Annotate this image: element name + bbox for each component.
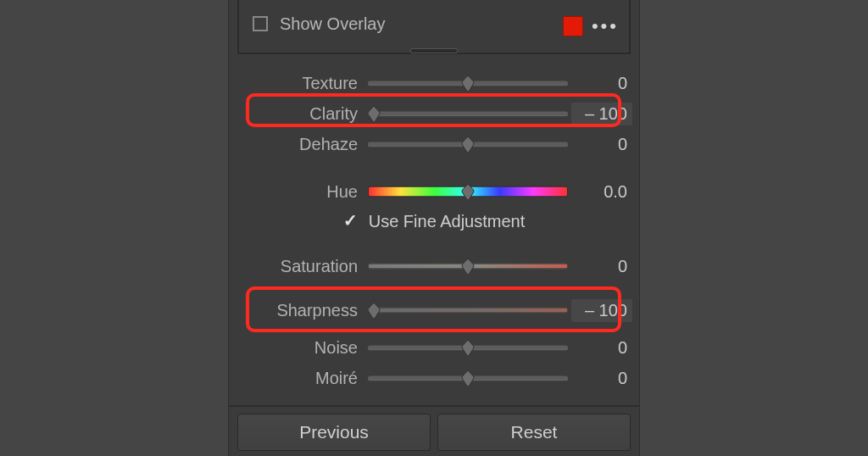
- saturation-thumb-icon[interactable]: [461, 258, 476, 275]
- saturation-row: Saturation 0: [229, 249, 639, 283]
- panel-grip-icon[interactable]: [410, 48, 458, 53]
- saturation-slider[interactable]: [368, 259, 568, 273]
- saturation-value[interactable]: 0: [568, 257, 632, 276]
- noise-thumb-icon[interactable]: [461, 339, 476, 356]
- clarity-thumb-icon[interactable]: [367, 105, 381, 122]
- show-overlay-checkbox[interactable]: [253, 16, 268, 31]
- show-overlay-label: Show Overlay: [280, 14, 386, 34]
- dehaze-thumb-icon[interactable]: [461, 136, 476, 153]
- texture-thumb-icon[interactable]: [461, 75, 476, 92]
- hue-value[interactable]: 0.0: [568, 182, 632, 202]
- texture-label: Texture: [229, 74, 368, 93]
- adjustments-panel: Show Overlay ••• Texture 0: [228, 0, 640, 456]
- moire-slider[interactable]: [368, 371, 568, 385]
- fine-adjustment-checkbox[interactable]: [343, 213, 360, 230]
- clarity-value[interactable]: – 100: [571, 103, 632, 125]
- hue-row: Hue 0.0: [229, 175, 639, 209]
- noise-row: Noise 0: [229, 331, 639, 364]
- noise-label: Noise: [229, 338, 368, 358]
- dehaze-row: Dehaze 0: [229, 127, 639, 161]
- moire-thumb-icon[interactable]: [461, 370, 476, 386]
- hue-thumb-icon[interactable]: [461, 183, 476, 200]
- previous-button[interactable]: Previous: [237, 414, 431, 451]
- saturation-label: Saturation: [229, 257, 368, 276]
- reset-button[interactable]: Reset: [437, 414, 631, 451]
- moire-label: Moiré: [229, 369, 368, 388]
- sharpness-thumb-icon[interactable]: [367, 302, 381, 319]
- texture-row: Texture 0: [229, 66, 639, 100]
- overlay-color-swatch[interactable]: [563, 16, 583, 36]
- sharpness-row: Sharpness – 100: [229, 293, 639, 327]
- dehaze-label: Dehaze: [229, 135, 368, 154]
- texture-value[interactable]: 0: [568, 74, 632, 93]
- overlay-header: Show Overlay •••: [237, 0, 631, 54]
- clarity-row: Clarity – 100: [229, 97, 639, 131]
- sharpness-label: Sharpness: [229, 301, 368, 320]
- noise-slider[interactable]: [368, 341, 568, 354]
- texture-slider[interactable]: [368, 76, 568, 90]
- sliders-area: Texture 0 Clarity – 100: [229, 66, 639, 456]
- fine-adjustment-label: Use Fine Adjustment: [369, 212, 526, 231]
- clarity-slider[interactable]: [368, 107, 568, 120]
- dehaze-slider[interactable]: [368, 137, 568, 151]
- clarity-label: Clarity: [229, 104, 368, 124]
- hue-slider[interactable]: [368, 185, 568, 198]
- footer-bar: Previous Reset: [229, 405, 639, 456]
- sharpness-slider[interactable]: [368, 303, 568, 317]
- moire-value[interactable]: 0: [568, 369, 632, 388]
- moire-row: Moiré 0: [229, 361, 639, 395]
- noise-value[interactable]: 0: [568, 338, 632, 358]
- fine-adjustment-row: Use Fine Adjustment: [229, 209, 639, 234]
- sharpness-value[interactable]: – 100: [571, 299, 632, 322]
- dehaze-value[interactable]: 0: [568, 135, 632, 154]
- more-options-icon[interactable]: •••: [592, 15, 619, 37]
- hue-label: Hue: [229, 182, 368, 202]
